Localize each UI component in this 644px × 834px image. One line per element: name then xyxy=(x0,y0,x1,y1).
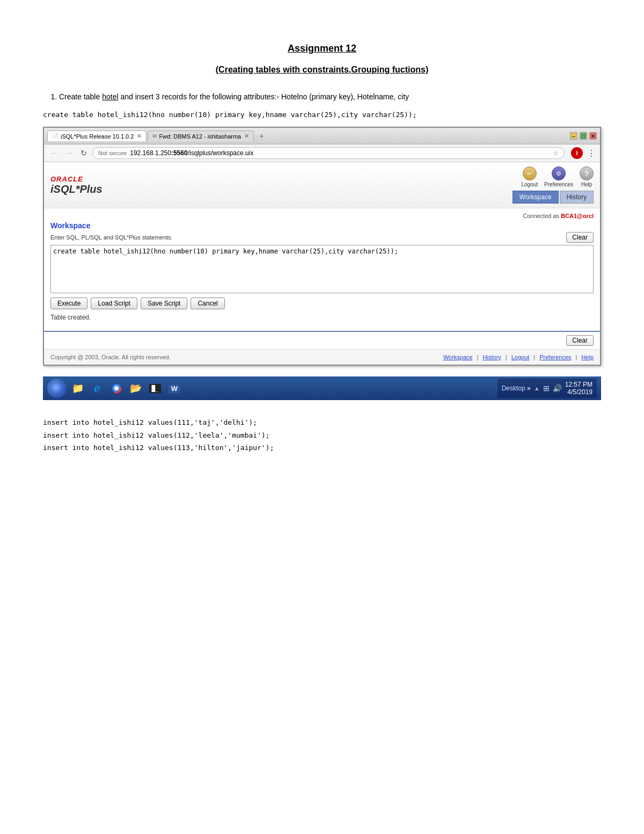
tab2-label: Fwd: DBMS A12 - ishitasharma xyxy=(159,133,241,140)
url-port: :5560 xyxy=(171,149,188,157)
insert-3: insert into hotel_ishi12 values(113,'hil… xyxy=(43,441,601,454)
oracle-footer-bar: Clear xyxy=(44,331,600,349)
logout-icon-item[interactable]: ↩ Logout xyxy=(521,166,538,187)
isqlplus-text: iSQL*Plus xyxy=(50,183,103,195)
ie-icon[interactable]: ℯ xyxy=(89,380,105,396)
logout-icon: ↩ xyxy=(523,166,537,180)
taskbar-arrow: ▲ xyxy=(534,385,540,391)
question-1: Create table hotel and insert 3 records … xyxy=(59,91,601,103)
preferences-label: Preferences xyxy=(544,182,573,187)
load-script-button[interactable]: Load Script xyxy=(91,298,137,309)
taskbar-clock: 12:57 PM 4/5/2019 xyxy=(565,381,592,396)
taskbar-time-text: 12:57 PM xyxy=(565,381,592,388)
start-orb xyxy=(52,383,62,394)
footer-logout-link[interactable]: Logout xyxy=(511,354,530,360)
result-text: Table created. xyxy=(50,314,594,321)
window-controls: – □ ✕ xyxy=(570,132,597,140)
user-icon: I xyxy=(571,147,583,159)
address-bar: ← → ↻ Not secure 192.168.1.250:5560/isql… xyxy=(44,144,600,162)
oracle-content: Connected as BCA1@orcl Workspace Enter S… xyxy=(44,208,600,331)
underline-hotel: hotel xyxy=(102,92,118,101)
oracle-footer-links: Copyright @ 2003, Oracle. All rights res… xyxy=(44,349,600,365)
start-button[interactable] xyxy=(47,379,67,398)
insert-2: insert into hotel_ishi12 values(112,'lee… xyxy=(43,429,601,441)
logout-label: Logout xyxy=(521,182,538,187)
code-line-above-browser: create table hotel_ishi12(hno number(10)… xyxy=(43,111,601,119)
browser-titlebar: 📄 iSQL*Plus Release 10.1.0.2 ✕ ✉ Fwd: DB… xyxy=(44,128,600,144)
help-icon-item[interactable]: ? Help xyxy=(580,166,594,187)
tab2-close-icon[interactable]: ✕ xyxy=(244,133,249,140)
taskbar-volume-icon: 🔊 xyxy=(553,384,562,393)
forward-button[interactable]: → xyxy=(63,148,75,158)
footer-history-link[interactable]: History xyxy=(483,354,501,360)
minimize-button[interactable]: – xyxy=(570,132,577,140)
chrome-icon[interactable] xyxy=(108,380,125,396)
tab-history[interactable]: History xyxy=(560,191,594,204)
nav-tabs: Workspace History xyxy=(513,191,594,204)
mail-icon: ✉ xyxy=(152,133,157,139)
copyright-text: Copyright @ 2003, Oracle. All rights res… xyxy=(50,354,171,360)
insert-1: insert into hotel_ishi12 values(111,'taj… xyxy=(43,416,601,429)
clear-button-top[interactable]: Clear xyxy=(566,232,594,243)
taskbar-date-text: 4/5/2019 xyxy=(565,388,592,396)
explorer-icon[interactable]: 📁 xyxy=(70,380,86,396)
refresh-button[interactable]: ↻ xyxy=(78,148,89,158)
workspace-heading: Workspace xyxy=(50,221,594,230)
terminal-icon[interactable]: █_ xyxy=(147,380,163,396)
not-secure-label: Not secure xyxy=(98,150,127,156)
footer-preferences-link[interactable]: Preferences xyxy=(539,354,571,360)
enter-sql-label-row: Enter SQL, PL/SQL and SQL*Plus statement… xyxy=(50,232,594,243)
header-icons: ↩ Logout ⚙ Preferences ? Help xyxy=(521,166,594,187)
maximize-button[interactable]: □ xyxy=(580,132,587,140)
execute-button[interactable]: Execute xyxy=(50,298,87,309)
back-button[interactable]: ← xyxy=(48,148,60,158)
folder-icon[interactable]: 📂 xyxy=(128,380,144,396)
enter-sql-text: Enter SQL, PL/SQL and SQL*Plus statement… xyxy=(50,234,173,241)
insert-statements: insert into hotel_ishi12 values(111,'taj… xyxy=(43,416,601,454)
cancel-button[interactable]: Cancel xyxy=(191,298,224,309)
browser-menu-icons: I ⋮ xyxy=(571,147,596,159)
clear-button-bottom[interactable]: Clear xyxy=(566,335,594,346)
tab-workspace[interactable]: Workspace xyxy=(513,191,559,204)
oracle-logo: ORACLE iSQL*Plus xyxy=(50,175,103,195)
save-script-button[interactable]: Save Script xyxy=(141,298,187,309)
menu-dots-icon[interactable]: ⋮ xyxy=(587,148,596,158)
close-button[interactable]: ✕ xyxy=(589,132,597,140)
connected-as: Connected as BCA1@orcl xyxy=(50,213,594,219)
browser-tab-1[interactable]: 📄 iSQL*Plus Release 10.1.0.2 ✕ xyxy=(47,130,147,141)
url-bar[interactable]: Not secure 192.168.1.250:5560/isqlplus/w… xyxy=(92,147,565,159)
svg-point-2 xyxy=(114,386,119,390)
oracle-text: ORACLE xyxy=(50,175,103,183)
page-icon: 📄 xyxy=(52,133,58,139)
browser-tab-2[interactable]: ✉ Fwd: DBMS A12 - ishitasharma ✕ xyxy=(148,130,254,141)
bookmark-icon[interactable]: ☆ xyxy=(553,149,559,157)
oracle-header-right: ↩ Logout ⚙ Preferences ? Help xyxy=(513,166,594,204)
action-buttons: Execute Load Script Save Script Cancel xyxy=(50,298,594,309)
connected-as-user: BCA1@orcl xyxy=(561,213,594,219)
taskbar-network-icon: ⊞ xyxy=(543,384,550,393)
oracle-header: ORACLE iSQL*Plus ↩ Logout ⚙ Preferences xyxy=(44,162,600,208)
footer-links: Workspace | History | Logout | Preferenc… xyxy=(443,354,594,360)
taskbar-right: Desktop » ▲ ⊞ 🔊 12:57 PM 4/5/2019 xyxy=(497,379,597,398)
help-icon: ? xyxy=(580,166,594,180)
document-title: Assignment 12 xyxy=(43,43,601,54)
tab1-close-icon[interactable]: ✕ xyxy=(137,133,142,140)
tab1-label: iSQL*Plus Release 10.1.0.2 xyxy=(61,133,134,140)
word-icon[interactable]: W xyxy=(166,380,182,396)
taskbar-desktop-label: Desktop » xyxy=(502,385,531,392)
footer-help-link[interactable]: Help xyxy=(581,354,594,360)
sql-textarea[interactable]: create table hotel_ishi12(hno number(10)… xyxy=(50,245,594,293)
document-subtitle: (Creating tables with constraints,Groupi… xyxy=(43,65,601,75)
new-tab-button[interactable]: + xyxy=(255,130,268,142)
browser-window: 📄 iSQL*Plus Release 10.1.0.2 ✕ ✉ Fwd: DB… xyxy=(43,127,601,366)
url-text: 192.168.1.250:5560/isqlplus/workspace.ui… xyxy=(130,149,253,157)
footer-workspace-link[interactable]: Workspace xyxy=(443,354,473,360)
taskbar: 📁 ℯ 📂 █_ W Desktop » ▲ ⊞ 🔊 12:57 PM 4/5/… xyxy=(43,376,601,400)
preferences-icon-item[interactable]: ⚙ Preferences xyxy=(544,166,573,187)
preferences-icon: ⚙ xyxy=(552,166,566,180)
help-label: Help xyxy=(581,182,592,187)
